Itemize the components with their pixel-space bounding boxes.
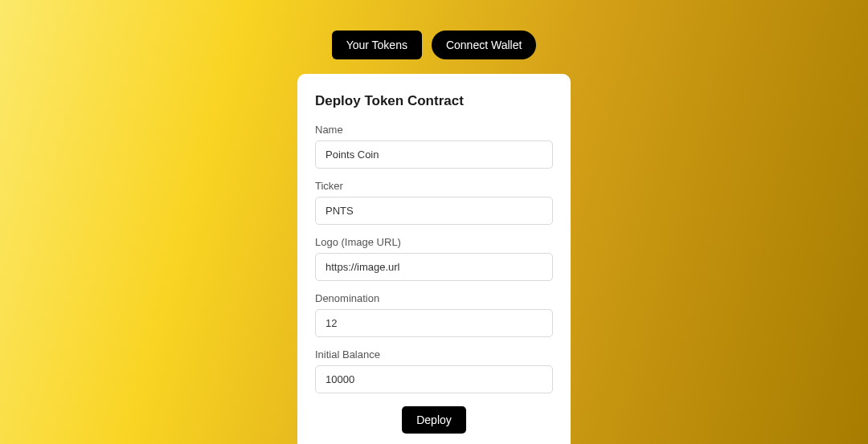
balance-input[interactable] bbox=[315, 365, 553, 393]
logo-field-group: Logo (Image URL) bbox=[315, 236, 553, 281]
balance-label: Initial Balance bbox=[315, 348, 553, 360]
name-input[interactable] bbox=[315, 141, 553, 169]
ticker-label: Ticker bbox=[315, 180, 553, 192]
logo-input[interactable] bbox=[315, 253, 553, 281]
card-title: Deploy Token Contract bbox=[315, 93, 553, 109]
header-nav: Your Tokens Connect Wallet bbox=[0, 0, 868, 74]
denomination-input[interactable] bbox=[315, 309, 553, 337]
ticker-field-group: Ticker bbox=[315, 180, 553, 225]
balance-field-group: Initial Balance bbox=[315, 348, 553, 393]
ticker-input[interactable] bbox=[315, 197, 553, 225]
denomination-field-group: Denomination bbox=[315, 292, 553, 337]
deploy-token-card: Deploy Token Contract Name Ticker Logo (… bbox=[297, 74, 571, 444]
deploy-button[interactable]: Deploy bbox=[402, 406, 466, 434]
connect-wallet-button[interactable]: Connect Wallet bbox=[432, 31, 536, 59]
logo-label: Logo (Image URL) bbox=[315, 236, 553, 248]
denomination-label: Denomination bbox=[315, 292, 553, 304]
deploy-row: Deploy bbox=[315, 406, 553, 434]
name-label: Name bbox=[315, 124, 553, 136]
name-field-group: Name bbox=[315, 124, 553, 169]
your-tokens-button[interactable]: Your Tokens bbox=[332, 31, 422, 59]
